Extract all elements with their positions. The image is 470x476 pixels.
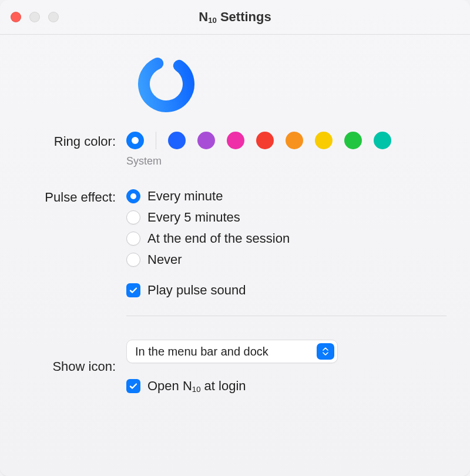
play-pulse-sound-checkbox[interactable]: Play pulse sound bbox=[126, 283, 446, 298]
ring-color-label: Ring color: bbox=[24, 132, 126, 149]
title-prefix: N bbox=[199, 9, 208, 24]
zoom-window-button[interactable] bbox=[48, 12, 59, 22]
ring-icon bbox=[137, 55, 446, 116]
select-caret-icon bbox=[317, 343, 334, 360]
pulse-effect-options: Every minuteEvery 5 minutesAt the end of… bbox=[126, 189, 446, 267]
pulse-option-label: Every 5 minutes bbox=[147, 210, 240, 225]
ring-color-swatches bbox=[126, 132, 446, 149]
svg-point-0 bbox=[137, 55, 196, 113]
settings-window: N10 Settings Ring color: bbox=[0, 0, 470, 476]
pulse-option-label: Never bbox=[147, 252, 182, 267]
color-swatch-orange[interactable] bbox=[286, 132, 303, 149]
content: Ring color: System Pulse effect: Every m… bbox=[0, 35, 470, 476]
pulse-option-label: Every minute bbox=[147, 189, 223, 204]
section-divider bbox=[126, 316, 446, 316]
titlebar: N10 Settings bbox=[0, 0, 470, 34]
color-swatch-blue[interactable] bbox=[168, 132, 186, 149]
pulse-option-label: At the end of the session bbox=[147, 231, 290, 246]
open-at-login-checkbox[interactable]: Open N10 at login bbox=[126, 378, 446, 394]
window-title: N10 Settings bbox=[0, 9, 470, 25]
pulse-effect-label: Pulse effect: bbox=[24, 189, 126, 205]
pulse-option[interactable]: Every minute bbox=[126, 189, 446, 204]
pulse-effect-row: Pulse effect: Every minuteEvery 5 minute… bbox=[24, 189, 446, 334]
color-swatch-system[interactable] bbox=[126, 132, 144, 149]
close-window-button[interactable] bbox=[11, 12, 21, 22]
minimize-window-button[interactable] bbox=[29, 12, 40, 22]
color-swatch-magenta[interactable] bbox=[227, 132, 244, 149]
radio-icon bbox=[126, 253, 140, 267]
color-swatch-green[interactable] bbox=[344, 132, 362, 149]
pulse-option[interactable]: Never bbox=[126, 252, 446, 267]
show-icon-select[interactable]: In the menu bar and dock bbox=[126, 340, 338, 363]
show-icon-row: Show icon: In the menu bar and dock Open… bbox=[24, 340, 446, 394]
pulse-option[interactable]: Every 5 minutes bbox=[126, 210, 446, 225]
swatch-separator bbox=[156, 132, 156, 149]
radio-icon bbox=[126, 189, 140, 203]
checkbox-checked-icon bbox=[126, 283, 140, 297]
open-at-login-label: Open N10 at login bbox=[147, 378, 246, 394]
color-swatch-purple[interactable] bbox=[197, 132, 215, 149]
radio-icon bbox=[126, 210, 140, 224]
window-controls bbox=[11, 12, 59, 22]
play-pulse-sound-label: Play pulse sound bbox=[147, 283, 246, 298]
color-swatch-yellow[interactable] bbox=[315, 132, 333, 149]
color-swatch-red[interactable] bbox=[256, 132, 274, 149]
ring-color-row: Ring color: System bbox=[24, 132, 446, 167]
title-sub: 10 bbox=[208, 16, 217, 25]
ring-preview bbox=[24, 52, 446, 132]
pulse-option[interactable]: At the end of the session bbox=[126, 231, 446, 246]
radio-icon bbox=[126, 232, 140, 246]
show-icon-label: Show icon: bbox=[24, 359, 126, 374]
title-suffix: Settings bbox=[217, 9, 271, 24]
system-caption: System bbox=[126, 155, 446, 167]
checkbox-checked-icon bbox=[126, 379, 140, 393]
color-swatch-teal[interactable] bbox=[374, 132, 391, 149]
show-icon-value: In the menu bar and dock bbox=[135, 345, 268, 358]
